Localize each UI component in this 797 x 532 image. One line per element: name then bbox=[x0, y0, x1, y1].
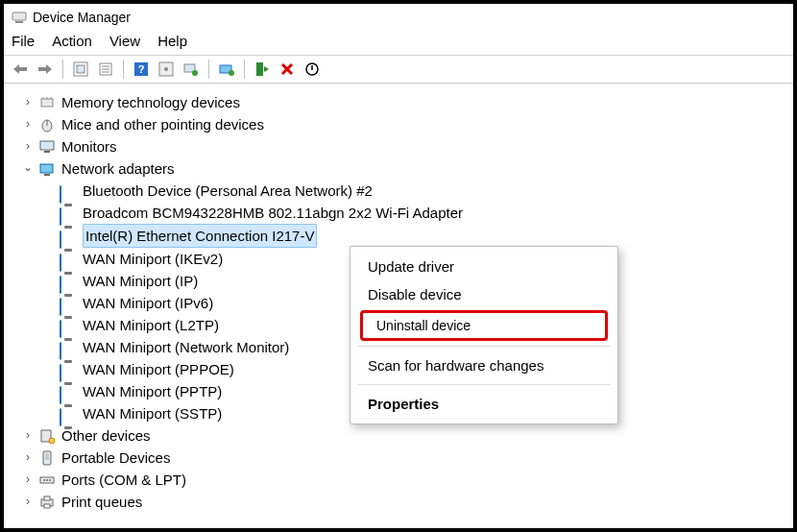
svg-text:?: ? bbox=[138, 63, 145, 75]
app-icon bbox=[12, 10, 27, 25]
tree-label: Mice and other pointing devices bbox=[61, 113, 264, 135]
tree-category-mice[interactable]: › Mice and other pointing devices bbox=[21, 113, 793, 135]
menu-separator bbox=[358, 346, 610, 347]
disable-device-icon[interactable] bbox=[302, 59, 323, 80]
svg-rect-1 bbox=[15, 21, 23, 23]
svg-rect-42 bbox=[44, 504, 50, 508]
network-adapter-icon bbox=[60, 252, 77, 267]
menubar: File Action View Help bbox=[4, 31, 793, 55]
svg-rect-41 bbox=[44, 496, 50, 500]
context-menu: Update driver Disable device Uninstall d… bbox=[350, 246, 618, 424]
device-label: WAN Miniport (IP) bbox=[83, 270, 198, 292]
network-adapter-icon bbox=[60, 183, 77, 199]
device-label: Broadcom BCM943228HMB 802.11abgn 2x2 Wi-… bbox=[83, 202, 463, 224]
monitor-icon bbox=[38, 138, 56, 156]
svg-point-15 bbox=[192, 70, 198, 76]
svg-point-38 bbox=[46, 479, 48, 481]
forward-icon[interactable] bbox=[35, 59, 56, 80]
tree-category-monitors[interactable]: › Monitors bbox=[21, 135, 793, 157]
tree-category-portable[interactable]: › Portable Devices bbox=[21, 447, 793, 469]
network-adapter-icon bbox=[60, 296, 77, 311]
menu-item-disable-device[interactable]: Disable device bbox=[350, 280, 617, 308]
chevron-right-icon[interactable]: › bbox=[21, 135, 35, 157]
device-item[interactable]: Broadcom BCM943228HMB 802.11abgn 2x2 Wi-… bbox=[60, 202, 793, 224]
toolbar-separator bbox=[208, 60, 209, 79]
svg-rect-5 bbox=[77, 65, 85, 73]
toolbar: ? bbox=[4, 55, 793, 84]
menu-file[interactable]: File bbox=[12, 33, 35, 49]
menu-action[interactable]: Action bbox=[52, 33, 92, 49]
chevron-right-icon[interactable]: › bbox=[21, 113, 35, 135]
svg-point-39 bbox=[49, 479, 51, 481]
device-label: WAN Miniport (PPPOE) bbox=[83, 358, 234, 380]
tree-category-ports[interactable]: › Ports (COM & LPT) bbox=[21, 469, 793, 491]
svg-rect-0 bbox=[12, 12, 26, 20]
svg-rect-29 bbox=[44, 151, 50, 153]
svg-rect-2 bbox=[18, 67, 27, 71]
window-title: Device Manager bbox=[33, 10, 131, 25]
show-hidden-icon[interactable] bbox=[70, 59, 91, 80]
chevron-right-icon[interactable]: › bbox=[21, 491, 35, 513]
device-item-selected[interactable]: Intel(R) Ethernet Connection I217-V bbox=[60, 224, 793, 248]
tree-category-memory[interactable]: › Memory technology devices bbox=[21, 91, 793, 113]
chevron-right-icon[interactable]: › bbox=[21, 469, 35, 491]
tree-category-print[interactable]: › Print queues bbox=[21, 491, 793, 513]
network-adapter-icon bbox=[60, 318, 77, 333]
menu-item-properties[interactable]: Properties bbox=[350, 390, 617, 418]
network-adapter-icon bbox=[38, 160, 56, 178]
svg-rect-28 bbox=[40, 141, 54, 150]
update-driver-icon[interactable] bbox=[216, 59, 237, 80]
enable-device-icon[interactable] bbox=[252, 59, 273, 80]
tree-label: Other devices bbox=[61, 424, 151, 447]
device-label: WAN Miniport (SSTP) bbox=[83, 402, 222, 424]
device-label: Bluetooth Device (Personal Area Network)… bbox=[83, 180, 373, 202]
menu-item-uninstall-device[interactable]: Uninstall device bbox=[376, 315, 592, 336]
menu-help[interactable]: Help bbox=[157, 33, 187, 49]
menu-view[interactable]: View bbox=[109, 33, 140, 49]
network-adapter-icon bbox=[60, 229, 77, 244]
tree-label: Monitors bbox=[61, 135, 117, 157]
network-adapter-icon bbox=[60, 340, 77, 355]
memory-icon bbox=[38, 94, 56, 111]
back-icon[interactable] bbox=[10, 59, 31, 80]
toolbar-separator bbox=[244, 60, 245, 79]
svg-point-17 bbox=[229, 70, 234, 76]
properties-icon[interactable] bbox=[95, 59, 116, 80]
chevron-right-icon[interactable]: › bbox=[21, 447, 35, 469]
uninstall-device-icon[interactable] bbox=[277, 59, 298, 80]
device-label: WAN Miniport (IKEv2) bbox=[83, 248, 223, 270]
svg-rect-35 bbox=[45, 453, 49, 460]
svg-rect-31 bbox=[44, 174, 50, 176]
chevron-right-icon[interactable]: › bbox=[21, 91, 35, 113]
svg-point-33 bbox=[49, 438, 55, 444]
menu-item-scan-hardware[interactable]: Scan for hardware changes bbox=[350, 351, 617, 379]
tree-label: Memory technology devices bbox=[61, 91, 240, 113]
tree-category-network[interactable]: ⌄ Network adapters bbox=[21, 157, 793, 180]
highlighted-uninstall: Uninstall device bbox=[360, 310, 608, 341]
network-adapter-icon bbox=[60, 274, 77, 289]
network-adapter-icon bbox=[60, 362, 77, 377]
action-icon[interactable] bbox=[156, 59, 177, 80]
titlebar: Device Manager bbox=[4, 4, 793, 31]
svg-rect-22 bbox=[41, 99, 53, 107]
device-manager-window: Device Manager File Action View Help ? ›… bbox=[0, 0, 797, 532]
help-icon[interactable]: ? bbox=[131, 59, 152, 80]
tree-label: Portable Devices bbox=[61, 447, 170, 469]
menu-separator bbox=[358, 384, 610, 385]
network-adapter-icon bbox=[60, 206, 77, 221]
scan-hardware-icon[interactable] bbox=[181, 59, 202, 80]
tree-category-other[interactable]: › Other devices bbox=[21, 424, 793, 447]
toolbar-separator bbox=[123, 60, 124, 79]
chevron-down-icon[interactable]: ⌄ bbox=[21, 157, 35, 179]
chevron-right-icon[interactable]: › bbox=[21, 424, 35, 447]
device-item[interactable]: Bluetooth Device (Personal Area Network)… bbox=[60, 180, 793, 202]
svg-rect-30 bbox=[40, 164, 53, 173]
device-label: Intel(R) Ethernet Connection I217-V bbox=[83, 224, 317, 248]
device-label: WAN Miniport (PPTP) bbox=[83, 380, 222, 402]
tree-label: Ports (COM & LPT) bbox=[61, 469, 186, 491]
printer-icon bbox=[38, 494, 56, 511]
device-label: WAN Miniport (Network Monitor) bbox=[83, 336, 289, 358]
toolbar-separator bbox=[62, 60, 63, 79]
other-devices-icon bbox=[38, 427, 56, 445]
menu-item-update-driver[interactable]: Update driver bbox=[350, 253, 617, 280]
